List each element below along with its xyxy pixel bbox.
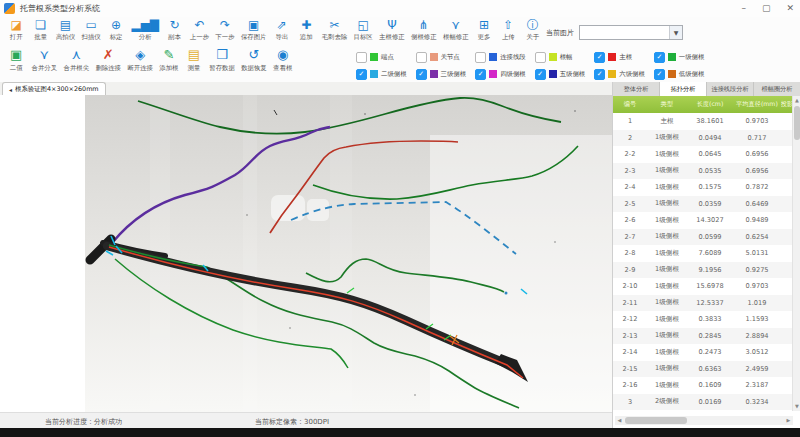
checkbox-六级侧根[interactable]: ✓ — [594, 69, 605, 80]
cell: 2-8 — [613, 245, 647, 262]
horizontal-scroll-thumb[interactable] — [625, 417, 687, 424]
scroll-up-icon[interactable]: ▲ — [793, 96, 800, 105]
chevron-down-icon[interactable]: ▼ — [669, 26, 682, 39]
table-row[interactable]: 2-111级侧根12.53371.019 — [613, 295, 793, 312]
checkbox-二级侧根[interactable]: ✓ — [356, 69, 367, 80]
tool-view-root-eye[interactable]: ◉查看根 — [270, 47, 296, 73]
window-title: 托普根系类型分析系统 — [20, 3, 100, 14]
current-image-select[interactable]: ▼ — [579, 25, 683, 40]
tool-upload[interactable]: ⇧上传 — [496, 18, 520, 42]
tool-open-folder[interactable]: ◪打开 — [4, 18, 28, 42]
tool-root-width-fix[interactable]: ⋎根幅修正 — [440, 18, 472, 42]
minimize-button[interactable]: – — [741, 1, 746, 16]
image-tab[interactable]: ◂ 根系验证图4×300×260mm — [2, 82, 106, 95]
table-row[interactable]: 2-141级侧根0.24733.0512 — [613, 344, 793, 361]
table-row[interactable]: 2-41级侧根0.15750.7872 — [613, 179, 793, 196]
calibration-dpi-status: 当前标定像素：300DPI — [255, 417, 329, 427]
table-row[interactable]: 2-161级侧根0.16092.3187 — [613, 377, 793, 394]
analysis-table: 1主根38.16010.970321级侧根0.04940.7172-21级侧根0… — [613, 113, 793, 411]
horizontal-scrollbar[interactable]: ◀ ▶ — [615, 416, 793, 425]
tool-doc-camera[interactable]: ▤高拍仪 — [53, 18, 79, 42]
checkbox-四级侧根[interactable]: ✓ — [475, 69, 486, 80]
checkbox-关节点[interactable] — [416, 52, 427, 63]
table-row[interactable]: 2-31级侧根0.05350.6956 — [613, 163, 793, 180]
column-header-1[interactable]: 类型 — [647, 96, 687, 113]
tool-undo[interactable]: ↶上一步 — [187, 18, 213, 42]
scroll-right-icon[interactable]: ▶ — [784, 416, 793, 425]
tab-连接线段分析[interactable]: 连接线段分析 — [707, 82, 754, 96]
tool-copy-refresh[interactable]: ↻副本 — [162, 18, 186, 42]
tool-analysis-chart[interactable]: ▂▅▇分析 — [128, 18, 162, 42]
table-row[interactable]: 1主根38.16010.9703 — [613, 113, 793, 130]
tool-delete-link[interactable]: ✗删除连接 — [92, 47, 124, 73]
cell: 2-13 — [613, 328, 647, 345]
tab-根幅圈分析[interactable]: 根幅圈分析 — [754, 82, 800, 96]
tool-main-root-fix[interactable]: Ψ主根修正 — [376, 18, 408, 42]
table-row[interactable]: 32级侧根0.01690.3234 — [613, 394, 793, 411]
toolbar-item-label: 上传 — [502, 33, 515, 42]
tool-binary[interactable]: ▣二值 — [4, 47, 28, 73]
maximize-button[interactable]: ▢ — [762, 1, 771, 16]
tool-add-root[interactable]: ✎添加根 — [156, 47, 182, 73]
tool-scanner[interactable]: ▭扫描仪 — [78, 18, 104, 42]
checkbox-连接线段[interactable] — [475, 52, 486, 63]
vertical-scroll-thumb[interactable] — [794, 106, 800, 140]
column-header-0[interactable]: 编号 — [613, 96, 647, 113]
color-swatch — [430, 53, 438, 61]
merge-fork-icon: ⋎ — [40, 47, 50, 63]
table-row[interactable]: 2-81级侧根7.60895.0131 — [613, 245, 793, 262]
close-button[interactable]: ✕ — [786, 1, 794, 16]
checkbox-五级侧根[interactable]: ✓ — [535, 69, 546, 80]
table-row[interactable]: 2-151级侧根0.63632.4959 — [613, 361, 793, 378]
column-header-3[interactable]: 平均直径(mm) — [733, 96, 781, 113]
tool-save-data[interactable]: ❒暂存数据 — [206, 47, 238, 73]
tool-merge-fork[interactable]: ⋎合并分叉 — [28, 47, 60, 73]
checkbox-一级侧根[interactable]: ✓ — [654, 52, 665, 63]
tool-merge-tip[interactable]: ⋏合并根尖 — [60, 47, 92, 73]
tool-lateral-root-fix[interactable]: ⋔侧根修正 — [408, 18, 440, 42]
tool-redo[interactable]: ↷下一步 — [212, 18, 238, 42]
table-row[interactable]: 2-61级侧根14.30270.9489 — [613, 212, 793, 229]
tool-measure-ruler[interactable]: ▤测量 — [182, 47, 206, 73]
scroll-left-icon[interactable]: ◀ — [615, 416, 624, 425]
main-root-fix-icon: Ψ — [387, 18, 396, 32]
tab-整体分析[interactable]: 整体分析 — [613, 82, 660, 96]
checkbox-三级侧根[interactable]: ✓ — [416, 69, 427, 80]
tool-about-info[interactable]: ⓘ关于 — [520, 18, 544, 42]
table-row[interactable]: 2-101级侧根15.69780.9703 — [613, 278, 793, 295]
legend-item-关节点: 关节点 — [416, 50, 467, 64]
toolbar-item-label: 查看根 — [273, 64, 292, 73]
table-row[interactable]: 2-71级侧根0.05990.6254 — [613, 229, 793, 246]
root-image-canvas[interactable] — [0, 95, 612, 412]
image-tab-label: 根系验证图4×300×260mm — [15, 85, 99, 94]
checkbox-低级侧根[interactable]: ✓ — [654, 69, 665, 80]
tab-拓扑分析[interactable]: 拓扑分析 — [660, 82, 707, 96]
table-row[interactable]: 2-131级侧根0.28452.8894 — [613, 328, 793, 345]
tool-calibration-target[interactable]: ⊕标定 — [104, 18, 128, 42]
cell: 2-10 — [613, 278, 647, 295]
table-row[interactable]: 2-21级侧根0.06450.6956 — [613, 146, 793, 163]
column-header-2[interactable]: 长度(cm) — [687, 96, 733, 113]
toolbar-item-label: 主根修正 — [379, 33, 405, 42]
tool-restore-data[interactable]: ↺数据恢复 — [238, 47, 270, 73]
tool-burr-removal[interactable]: ✂毛刺去除 — [318, 18, 350, 42]
vertical-scrollbar[interactable]: ▲ ▼ — [792, 96, 800, 411]
checkbox-根幅[interactable] — [535, 52, 546, 63]
table-row[interactable]: 2-121级侧根0.38331.1593 — [613, 311, 793, 328]
table-row[interactable]: 21级侧根0.04940.717 — [613, 130, 793, 147]
checkbox-主根[interactable]: ✓ — [594, 52, 605, 63]
checkbox-端点[interactable] — [356, 52, 367, 63]
tool-append[interactable]: ✚追加 — [294, 18, 318, 42]
table-row[interactable]: 2-51级侧根0.03590.6469 — [613, 196, 793, 213]
tool-target-area[interactable]: ◱目标区 — [350, 18, 376, 42]
legend-label: 连接线段 — [500, 53, 526, 62]
cell: 1级侧根 — [647, 179, 687, 196]
tool-export[interactable]: ⇗导出 — [270, 18, 294, 42]
tool-save-image[interactable]: ▣保存图片 — [238, 18, 270, 42]
tool-break-link[interactable]: ◈断开连接 — [124, 47, 156, 73]
table-row[interactable]: 2-91级侧根9.19560.9275 — [613, 262, 793, 279]
tool-batch[interactable]: ❏批量 — [28, 18, 52, 42]
cell: 2.4959 — [733, 361, 781, 378]
tool-more-grid[interactable]: ⊞更多 — [472, 18, 496, 42]
scroll-down-icon[interactable]: ▼ — [793, 402, 800, 411]
